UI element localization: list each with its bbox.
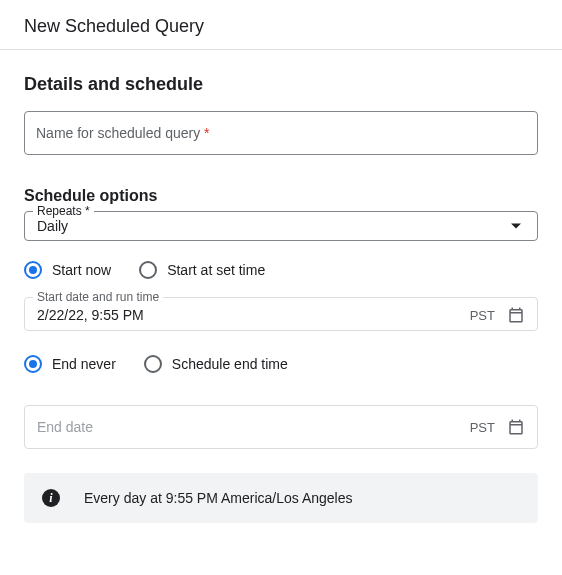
start-tz: PST <box>470 308 495 323</box>
calendar-icon <box>507 418 525 436</box>
repeats-select[interactable]: Repeats * Daily <box>24 211 538 241</box>
chevron-down-icon <box>511 224 521 229</box>
end-date-field[interactable]: End date PST <box>24 405 538 449</box>
radio-icon <box>139 261 157 279</box>
end-time-label: Schedule end time <box>172 356 288 372</box>
panel-header: New Scheduled Query <box>0 0 562 50</box>
calendar-icon <box>507 306 525 324</box>
schedule-summary: i Every day at 9:55 PM America/Los Angel… <box>24 473 538 523</box>
start-date-label: Start date and run time <box>33 290 163 304</box>
start-date-value: 2/22/22, 9:55 PM <box>37 307 470 323</box>
name-field-wrap: Name for scheduled query * <box>24 111 538 155</box>
radio-icon <box>144 355 162 373</box>
schedule-section-title: Schedule options <box>24 187 538 205</box>
radio-icon <box>24 355 42 373</box>
details-section-title: Details and schedule <box>24 74 538 95</box>
end-date-placeholder: End date <box>37 419 470 435</box>
start-radio-group: Start now Start at set time <box>24 261 538 279</box>
page-title: New Scheduled Query <box>24 16 538 37</box>
end-never-label: End never <box>52 356 116 372</box>
end-never-radio[interactable]: End never <box>24 355 116 373</box>
start-at-radio[interactable]: Start at set time <box>139 261 265 279</box>
form-content: Details and schedule Name for scheduled … <box>0 50 562 547</box>
repeats-label: Repeats * <box>33 204 94 218</box>
end-radio-group: End never Schedule end time <box>24 355 538 373</box>
radio-icon <box>24 261 42 279</box>
start-at-label: Start at set time <box>167 262 265 278</box>
start-now-radio[interactable]: Start now <box>24 261 111 279</box>
summary-text: Every day at 9:55 PM America/Los Angeles <box>84 490 352 506</box>
repeats-required-star: * <box>85 204 90 218</box>
start-now-label: Start now <box>52 262 111 278</box>
info-icon: i <box>42 489 60 507</box>
repeats-label-text: Repeats <box>37 204 82 218</box>
end-tz: PST <box>470 420 495 435</box>
start-date-field[interactable]: Start date and run time 2/22/22, 9:55 PM… <box>24 297 538 331</box>
name-input[interactable] <box>24 111 538 155</box>
end-time-radio[interactable]: Schedule end time <box>144 355 288 373</box>
repeats-value: Daily <box>37 218 525 234</box>
